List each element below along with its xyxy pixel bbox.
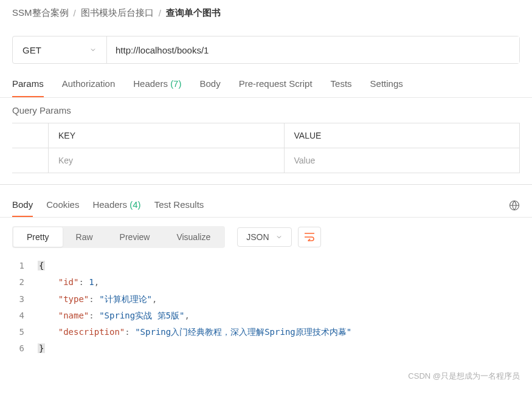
breadcrumb-separator: / [159, 8, 161, 18]
tab-settings[interactable]: Settings [370, 71, 403, 97]
tab-headers[interactable]: Headers (7) [133, 71, 181, 97]
query-params-label: Query Params [0, 98, 532, 123]
view-mode-pretty[interactable]: Pretty [13, 227, 63, 247]
format-select[interactable]: JSON [237, 227, 291, 247]
chevron-down-icon [89, 46, 97, 53]
watermark: CSDN @只是想成为一名程序员 [0, 370, 532, 387]
tab-body[interactable]: Body [199, 71, 220, 97]
wrap-lines-button[interactable] [298, 227, 321, 247]
key-input[interactable]: Key [49, 148, 285, 173]
value-input[interactable]: Value [285, 148, 520, 173]
http-method-label: GET [22, 45, 41, 55]
wrap-icon [304, 233, 315, 241]
breadcrumb-item[interactable]: SSM整合案例 [12, 7, 69, 19]
breadcrumb-separator: / [74, 8, 76, 18]
tab-prerequest[interactable]: Pre-request Script [239, 71, 313, 97]
response-body-code[interactable]: 1{2 "id": 1,3 "type": "计算机理论",4 "name": … [0, 254, 532, 370]
tab-params[interactable]: Params [12, 71, 44, 97]
response-tab-body[interactable]: Body [12, 193, 33, 217]
key-column-header: KEY [49, 123, 285, 148]
response-toolbar: Pretty Raw Preview Visualize JSON [0, 218, 532, 254]
query-params-table: KEY VALUE Key Value [12, 123, 520, 173]
value-column-header: VALUE [285, 123, 520, 148]
view-mode-group: Pretty Raw Preview Visualize [12, 226, 225, 248]
tab-authorization[interactable]: Authorization [62, 71, 116, 97]
response-tabs: Body Cookies Headers (4) Test Results [0, 193, 532, 218]
view-mode-preview[interactable]: Preview [106, 227, 164, 247]
response-tab-cookies[interactable]: Cookies [46, 193, 79, 217]
checkbox-cell[interactable] [12, 148, 49, 173]
chevron-down-icon [275, 233, 283, 241]
http-method-select[interactable]: GET [13, 36, 107, 63]
request-bar: GET [12, 36, 520, 64]
response-divider [0, 184, 532, 185]
checkbox-header-cell [12, 123, 49, 148]
request-tabs: Params Authorization Headers (7) Body Pr… [0, 71, 532, 98]
tab-tests[interactable]: Tests [331, 71, 352, 97]
view-mode-visualize[interactable]: Visualize [163, 227, 224, 247]
globe-icon[interactable] [509, 200, 520, 211]
format-label: JSON [246, 232, 269, 242]
url-input[interactable] [107, 36, 519, 63]
response-tab-testresults[interactable]: Test Results [154, 193, 204, 217]
response-tab-headers[interactable]: Headers (4) [92, 193, 140, 217]
view-mode-raw[interactable]: Raw [63, 227, 106, 247]
breadcrumb-item[interactable]: 图书模块后台接口 [81, 7, 154, 19]
breadcrumb: SSM整合案例 / 图书模块后台接口 / 查询单个图书 [0, 0, 532, 25]
breadcrumb-current: 查询单个图书 [166, 7, 221, 19]
